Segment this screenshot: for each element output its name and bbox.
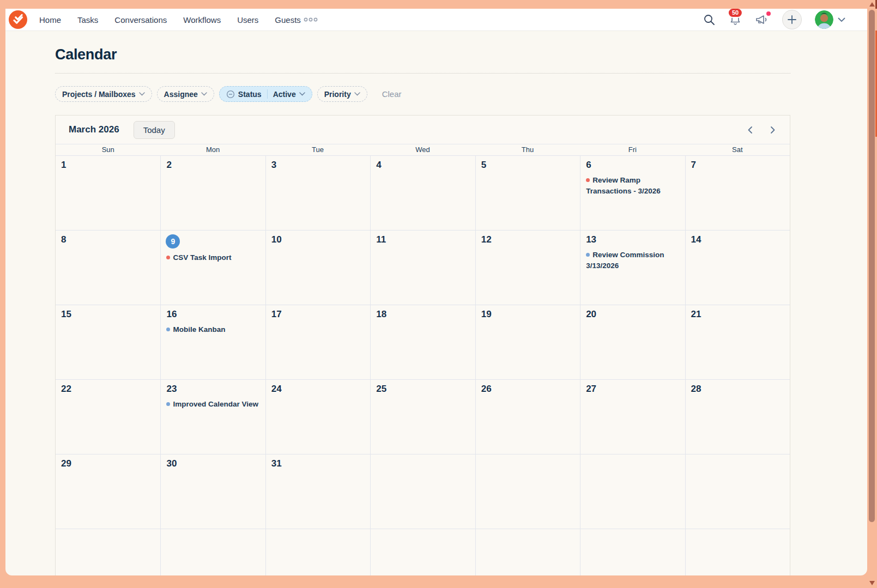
calendar-cell-8[interactable]: 8 (56, 230, 160, 305)
nav-item-conversations[interactable]: Conversations (114, 15, 167, 25)
calendar-cell-15[interactable]: 15 (56, 305, 160, 379)
filter-chip-projects-mailboxes[interactable]: Projects / Mailboxes (55, 86, 152, 102)
calendar-cell-29[interactable]: 29 (56, 454, 160, 529)
calendar-cell-22[interactable]: 22 (56, 379, 160, 454)
calendar-cell-6[interactable]: 6Review Ramp Transactions - 3/2026 (580, 155, 685, 230)
clear-filters-link[interactable]: Clear (382, 89, 402, 99)
scrollbar-thumb[interactable] (869, 10, 875, 522)
calendar-cell-18[interactable]: 18 (370, 305, 475, 379)
event-dot-icon (586, 178, 590, 182)
day-number: 7 (691, 159, 784, 171)
event-dot-icon (166, 402, 170, 406)
day-number: 23 (166, 383, 259, 395)
prev-month-icon[interactable] (746, 126, 754, 134)
calendar-cell-3[interactable]: 3 (265, 155, 370, 230)
day-number: 4 (376, 159, 469, 171)
calendar-cell-1[interactable]: 1 (56, 155, 160, 230)
scrollbar-down-arrow[interactable] (869, 581, 875, 585)
day-number: 16 (166, 308, 259, 320)
calendar-cell-empty[interactable] (370, 454, 475, 529)
calendar-cell-14[interactable]: 14 (685, 230, 790, 305)
calendar-cell-10[interactable]: 10 (265, 230, 370, 305)
day-number: 10 (271, 234, 365, 246)
calendar-cell-empty[interactable] (475, 529, 580, 575)
calendar-cell-11[interactable]: 11 (370, 230, 475, 305)
add-new-button[interactable] (782, 10, 802, 29)
day-number: 2 (166, 159, 259, 171)
day-number: 22 (61, 383, 155, 395)
calendar-cell-12[interactable]: 12 (475, 230, 580, 305)
calendar-cell-empty[interactable] (160, 529, 265, 575)
today-button[interactable]: Today (134, 121, 175, 139)
calendar-cell-31[interactable]: 31 (265, 454, 370, 529)
calendar-cell-19[interactable]: 19 (475, 305, 580, 379)
app-logo-icon[interactable] (9, 10, 27, 29)
calendar-cell-empty[interactable] (56, 529, 160, 575)
nav-item-workflows[interactable]: Workflows (183, 15, 221, 25)
day-number: 28 (691, 383, 784, 395)
calendar-cell-23[interactable]: 23Improved Calendar View (160, 379, 265, 454)
calendar-cell-empty[interactable] (265, 529, 370, 575)
calendar-cell-26[interactable]: 26 (475, 379, 580, 454)
calendar-cell-2[interactable]: 2 (160, 155, 265, 230)
calendar-cell-9[interactable]: 9CSV Task Import (160, 230, 265, 305)
calendar-cell-13[interactable]: 13Review Commission 3/13/2026 (580, 230, 685, 305)
calendar-cell-empty[interactable] (685, 529, 790, 575)
calendar-event[interactable]: Improved Calendar View (166, 399, 259, 410)
nav-item-home[interactable]: Home (39, 15, 61, 25)
day-number: 21 (691, 308, 784, 320)
day-number: 8 (61, 234, 155, 246)
chip-value: Active (273, 90, 296, 99)
day-number: 12 (481, 234, 574, 246)
filter-chip-status[interactable]: StatusActive (219, 86, 312, 102)
day-number: 20 (586, 308, 679, 320)
calendar-header: March 2026 Today (56, 116, 790, 144)
next-month-icon[interactable] (769, 126, 777, 134)
scrollbar-up-arrow[interactable] (869, 2, 875, 7)
calendar-event[interactable]: Review Ramp Transactions - 3/2026 (586, 175, 679, 196)
calendar-cell-27[interactable]: 27 (580, 379, 685, 454)
calendar-cell-empty[interactable] (580, 529, 685, 575)
calendar-nav (746, 126, 777, 134)
calendar-cell-empty[interactable] (370, 529, 475, 575)
calendar-cell-empty[interactable] (475, 454, 580, 529)
calendar-event[interactable]: Review Commission 3/13/2026 (586, 250, 679, 271)
filter-chip-priority[interactable]: Priority (317, 86, 367, 102)
nav-overflow-icon[interactable] (303, 16, 318, 23)
weekday-sat: Sat (685, 144, 790, 155)
calendar-cell-7[interactable]: 7 (685, 155, 790, 230)
day-number: 25 (376, 383, 469, 395)
calendar-cell-28[interactable]: 28 (685, 379, 790, 454)
calendar-cell-16[interactable]: 16Mobile Kanban (160, 305, 265, 379)
calendar-event[interactable]: Mobile Kanban (166, 324, 259, 335)
calendar-event[interactable]: CSV Task Import (166, 252, 259, 263)
calendar-cell-25[interactable]: 25 (370, 379, 475, 454)
calendar-cell-17[interactable]: 17 (265, 305, 370, 379)
today-badge: 9 (166, 234, 180, 248)
nav-item-guests[interactable]: Guests (275, 15, 301, 25)
weekday-header-row: SunMonTueWedThuFriSat (56, 144, 790, 155)
calendar-cell-21[interactable]: 21 (685, 305, 790, 379)
calendar-cell-empty[interactable] (685, 454, 790, 529)
vertical-scrollbar[interactable] (867, 0, 877, 588)
nav-item-users[interactable]: Users (237, 15, 258, 25)
notifications-bell-icon[interactable]: 50 (729, 13, 742, 26)
calendar-cell-24[interactable]: 24 (265, 379, 370, 454)
user-menu[interactable] (815, 10, 845, 29)
search-icon[interactable] (703, 13, 716, 26)
announcements-megaphone-icon[interactable] (755, 13, 769, 26)
calendar-cell-4[interactable]: 4 (370, 155, 475, 230)
calendar-cell-5[interactable]: 5 (475, 155, 580, 230)
nav-item-tasks[interactable]: Tasks (77, 15, 98, 25)
day-number: 1 (61, 159, 155, 171)
filter-chip-assignee[interactable]: Assignee (157, 86, 214, 102)
event-dot-icon (586, 253, 590, 257)
chip-divider (267, 89, 268, 99)
calendar-cell-20[interactable]: 20 (580, 305, 685, 379)
day-number: 24 (271, 383, 365, 395)
calendar-cell-30[interactable]: 30 (160, 454, 265, 529)
page-title: Calendar (55, 46, 790, 63)
calendar-grid: 123456Review Ramp Transactions - 3/20267… (56, 155, 790, 575)
day-number: 26 (481, 383, 574, 395)
calendar-cell-empty[interactable] (580, 454, 685, 529)
